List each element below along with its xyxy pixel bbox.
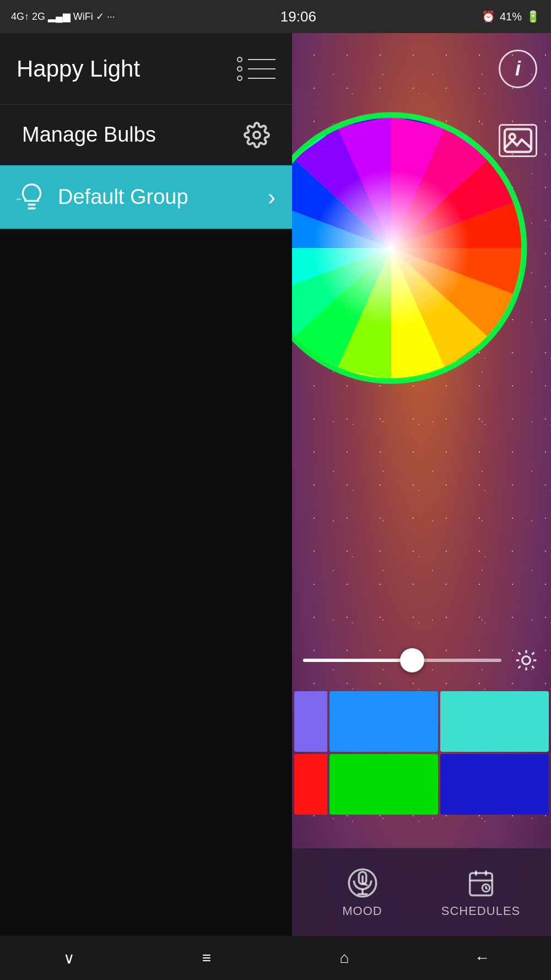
menu-dot-1 — [237, 57, 242, 62]
swatch-purple-partial[interactable] — [294, 691, 327, 752]
svg-line-30 — [532, 666, 534, 668]
nav-home-icon: ⌂ — [340, 949, 349, 967]
group-left: Default Group — [17, 182, 188, 212]
swatch-green[interactable] — [329, 754, 438, 815]
svg-rect-1 — [505, 129, 531, 152]
schedules-tab-label: SCHEDULES — [441, 904, 520, 918]
status-right: ⏰ 41% 🔋 — [482, 10, 540, 23]
manage-bulbs-label: Manage Bulbs — [22, 123, 156, 147]
bulb-icon — [17, 182, 47, 212]
drawer-empty-area — [0, 229, 292, 936]
menu-dot-3 — [237, 76, 242, 81]
swatch-blue[interactable] — [329, 691, 438, 752]
swatch-cyan[interactable] — [440, 691, 549, 752]
battery-icon: 🔋 — [526, 10, 540, 23]
menu-line-3 — [237, 76, 276, 81]
main-area: Happy Light Manage Bulbs — [0, 33, 551, 936]
battery-percent: 41% — [500, 10, 522, 23]
svg-line-32 — [518, 666, 521, 668]
menu-line-1 — [237, 57, 276, 62]
right-panel: i — [292, 33, 551, 936]
svg-line-29 — [518, 653, 521, 655]
mood-tab-label: MOOD — [342, 904, 382, 918]
chevron-right-icon: › — [268, 184, 276, 211]
manage-bulbs-button[interactable]: Manage Bulbs — [0, 105, 292, 165]
alarm-icon: ⏰ — [482, 10, 495, 23]
nav-menu-button[interactable]: ≡ — [190, 941, 223, 974]
swatch-red-partial[interactable] — [294, 754, 327, 815]
gear-icon — [244, 122, 270, 148]
hamburger-menu-button[interactable] — [237, 57, 276, 81]
top-right-buttons: i — [485, 33, 551, 176]
bottom-tabs: MOOD SCHEDULES — [292, 848, 551, 936]
swatch-darkblue[interactable] — [440, 754, 549, 815]
nav-back-button[interactable]: ← — [466, 941, 499, 974]
swatches-area — [292, 691, 551, 815]
sun-icon — [512, 647, 540, 674]
info-button[interactable]: i — [488, 33, 548, 105]
svg-point-24 — [522, 656, 531, 665]
nav-back-icon: ← — [474, 949, 490, 967]
schedules-icon — [464, 866, 498, 900]
menu-line-bar-3 — [248, 78, 276, 79]
brightness-fill — [303, 659, 412, 662]
app-title: Happy Light — [17, 56, 140, 82]
gallery-button[interactable] — [488, 105, 548, 176]
nav-down-icon: ∨ — [63, 949, 75, 967]
svg-rect-36 — [469, 873, 492, 896]
drawer-panel: Happy Light Manage Bulbs — [0, 33, 292, 936]
swatch-row-2 — [292, 754, 551, 815]
nav-bar: ∨ ≡ ⌂ ← — [0, 936, 551, 980]
menu-line-2 — [237, 66, 276, 72]
svg-point-0 — [253, 132, 260, 138]
default-group-button[interactable]: Default Group › — [0, 165, 292, 229]
default-group-label: Default Group — [58, 185, 188, 209]
signal-icon: 4G↑ 2G ▂▄▆ WiFi ✓ ··· — [11, 10, 115, 23]
svg-point-2 — [510, 134, 515, 139]
brightness-thumb[interactable] — [400, 648, 424, 672]
menu-line-bar-2 — [248, 68, 276, 69]
nav-down-button[interactable]: ∨ — [52, 941, 85, 974]
menu-dot-2 — [237, 66, 242, 72]
swatch-row-1 — [292, 691, 551, 752]
svg-line-31 — [532, 653, 534, 655]
nav-home-button[interactable]: ⌂ — [328, 941, 361, 974]
tab-mood[interactable]: MOOD — [303, 866, 422, 918]
status-bar: 4G↑ 2G ▂▄▆ WiFi ✓ ··· 19:06 ⏰ 41% 🔋 — [0, 0, 551, 33]
brightness-track[interactable] — [303, 659, 501, 662]
nav-menu-icon: ≡ — [202, 949, 211, 967]
drawer-header: Happy Light — [0, 33, 292, 105]
status-left: 4G↑ 2G ▂▄▆ WiFi ✓ ··· — [11, 10, 115, 23]
mood-icon — [346, 866, 379, 900]
menu-line-bar-1 — [248, 59, 276, 60]
status-time: 19:06 — [280, 8, 316, 25]
brightness-slider-area — [298, 638, 545, 682]
tab-schedules[interactable]: SCHEDULES — [422, 866, 540, 918]
info-icon: i — [499, 50, 537, 88]
gallery-icon — [499, 124, 537, 157]
